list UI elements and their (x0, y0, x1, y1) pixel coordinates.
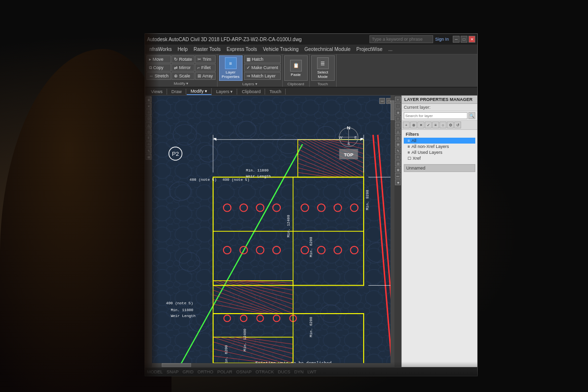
refresh-btn[interactable]: ↺ (454, 122, 461, 128)
tool-5[interactable]: △ (146, 122, 151, 128)
status-model[interactable]: MODEL (147, 369, 163, 374)
cad-viewport[interactable]: P2 TOP N S E W 400 (note 5) 400 (note 5) (152, 96, 401, 367)
svg-text:Min. 6200: Min. 6200 (309, 317, 313, 337)
layer-search-btn[interactable]: 🔍 (468, 112, 475, 119)
tab-draw[interactable]: Draw (168, 89, 186, 95)
filter-all[interactable]: ≡ All (404, 138, 475, 144)
make-current-button[interactable]: ✓ Make Current (244, 64, 281, 72)
new-layer-btn[interactable]: + (403, 122, 410, 128)
tool-10[interactable]: ⊞ (146, 154, 151, 160)
layer-panel-title: LAYER PROPERTIES MANAGER (402, 96, 477, 104)
status-ducs[interactable]: DUCS (278, 369, 291, 374)
vp-tool-11[interactable]: ◎ (395, 160, 401, 166)
scroll-thumb-h[interactable] (162, 363, 191, 367)
match-layer-button[interactable]: ⇒ Match Layer (244, 72, 281, 80)
vp-tool-1[interactable]: + (395, 97, 401, 102)
new-vp-layer-btn[interactable]: ⊕ (410, 122, 417, 128)
vp-tool-6[interactable]: △ (395, 128, 401, 134)
search-input[interactable] (369, 35, 433, 43)
tool-3[interactable]: ○ (146, 109, 151, 115)
fillet-button[interactable]: ⌐ Fillet (195, 64, 216, 72)
menu-more[interactable]: ... (386, 46, 395, 53)
search-row: 🔍 (402, 111, 477, 121)
menu-express-tools[interactable]: Express Tools (224, 46, 259, 53)
menu-projectwise[interactable]: ProjectWise (354, 46, 385, 53)
layer-search-input[interactable] (404, 112, 467, 119)
vp-tool-14[interactable]: ❖ (395, 179, 401, 185)
menu-geotechnical[interactable]: Geotechnical Module (302, 46, 353, 53)
filter-non-xref-icon: ≡ (408, 145, 410, 149)
menu-help[interactable]: Help (175, 46, 190, 53)
set-current-btn[interactable]: ✓ (425, 122, 432, 128)
layer-states-btn[interactable]: ○ (440, 122, 446, 128)
horizontal-scrollbar[interactable] (152, 363, 391, 367)
rotate-button[interactable]: ↻ Rotate (172, 55, 195, 63)
trim-button[interactable]: ✂ Trim (195, 55, 216, 63)
vp-tool-8[interactable]: ⊞ (395, 141, 401, 147)
layer-properties-button[interactable]: ≡ LayerProperties (219, 55, 243, 81)
hatch-button[interactable]: ▦ Hatch (244, 55, 281, 63)
status-lwt[interactable]: LWT (307, 369, 316, 374)
filter-xref[interactable]: ☐ Xref (404, 155, 475, 161)
tab-touch[interactable]: Touch (266, 89, 286, 95)
select-mode-button[interactable]: ☰ SelectMode (311, 55, 335, 81)
copy-button[interactable]: ⧉ Copy (147, 64, 171, 72)
tool-7[interactable]: ≡ (146, 135, 151, 141)
vp-tool-12[interactable]: ✿ (395, 167, 401, 172)
tab-layers[interactable]: Layers ▾ (212, 89, 238, 95)
vp-tool-4[interactable]: ○ (395, 116, 401, 122)
title-bar: Autodesk AutoCAD Civil 3D 2018 LFD-ARP-Z… (145, 34, 477, 45)
scroll-thumb-v[interactable] (391, 100, 394, 120)
layer-props-btn[interactable]: ≡ (432, 122, 439, 128)
move-button[interactable]: ▸ Move (147, 55, 171, 63)
vp-tool-2[interactable]: - (395, 103, 401, 109)
delete-layer-btn[interactable]: ✕ (417, 122, 424, 128)
ribbon-group-clipboard: 📋 Paste Clipboard (283, 54, 310, 87)
svg-text:Weir Length: Weir Length (171, 314, 196, 318)
status-ortho[interactable]: ORTHO (197, 369, 213, 374)
tab-clipboard[interactable]: Clipboard (238, 89, 265, 95)
vp-tool-7[interactable]: ◇ (395, 135, 401, 141)
tool-8[interactable]: ⌂ (146, 141, 151, 147)
minimize-button[interactable]: ─ (453, 36, 460, 43)
status-otrack[interactable]: OTRACK (255, 369, 274, 374)
vp-tool-9[interactable]: ✎ (395, 147, 401, 153)
status-dyn[interactable]: DYN (294, 369, 303, 374)
filter-used[interactable]: ≡ All Used Layers (404, 149, 475, 155)
vp-tool-5[interactable]: □ (395, 122, 401, 128)
vp-tool-3[interactable]: ⊕ (395, 109, 401, 115)
menu-raster-tools[interactable]: Raster Tools (191, 46, 223, 53)
filter-non-xref[interactable]: ≡ All non-Xref Layers (404, 144, 475, 149)
vp-tool-10[interactable]: ⌂ (395, 154, 401, 160)
sign-in-link[interactable]: Sign In (435, 37, 449, 42)
select-mode-label: SelectMode (317, 70, 328, 79)
tool-6[interactable]: ◇ (146, 128, 151, 134)
paste-button[interactable]: 📋 Paste (284, 55, 308, 81)
tool-1[interactable]: ⊕ (146, 97, 151, 102)
unnamed-layer-display[interactable]: Unnamed (404, 164, 475, 172)
close-button[interactable]: ✕ (468, 36, 475, 43)
stretch-button[interactable]: ↔ Stretch (147, 72, 171, 80)
tool-2[interactable]: ✕ (146, 103, 151, 109)
menu-infraworks[interactable]: nfraWorks (147, 46, 174, 53)
tool-9[interactable]: ✎ (146, 147, 151, 153)
status-grid[interactable]: GRID (183, 369, 194, 374)
maximize-button[interactable]: □ (461, 36, 467, 43)
layers-group-label: Layers ▾ (219, 81, 281, 86)
tool-4[interactable]: □ (146, 116, 151, 122)
mirror-button[interactable]: ⇌ Mirror (172, 64, 195, 72)
status-osnap[interactable]: OSNAP (236, 369, 252, 374)
vertical-scrollbar[interactable] (391, 96, 394, 367)
status-polar[interactable]: POLAR (217, 369, 232, 374)
ribbon-group-draw: ▸ Move ⧉ Copy ↔ Stretch ↻ Rotate ⇌ Mirro… (145, 54, 218, 87)
vp-tool-13[interactable]: ⊷ (395, 173, 401, 179)
menu-vehicle-tracking[interactable]: Vehicle Tracking (260, 46, 301, 53)
tab-modify[interactable]: Modify ▾ (187, 88, 212, 95)
status-snap[interactable]: SNAP (167, 369, 179, 374)
array-button[interactable]: ⊞ Array (195, 72, 216, 80)
layer-settings-btn[interactable]: ⚙ (447, 122, 454, 128)
ribbon-col-2: ↻ Rotate ⇌ Mirror ⊕ Scale (172, 55, 195, 80)
tab-views[interactable]: Views (147, 89, 167, 95)
viewport-minimize[interactable]: ─ (379, 98, 385, 104)
scale-button[interactable]: ⊕ Scale (172, 72, 195, 80)
